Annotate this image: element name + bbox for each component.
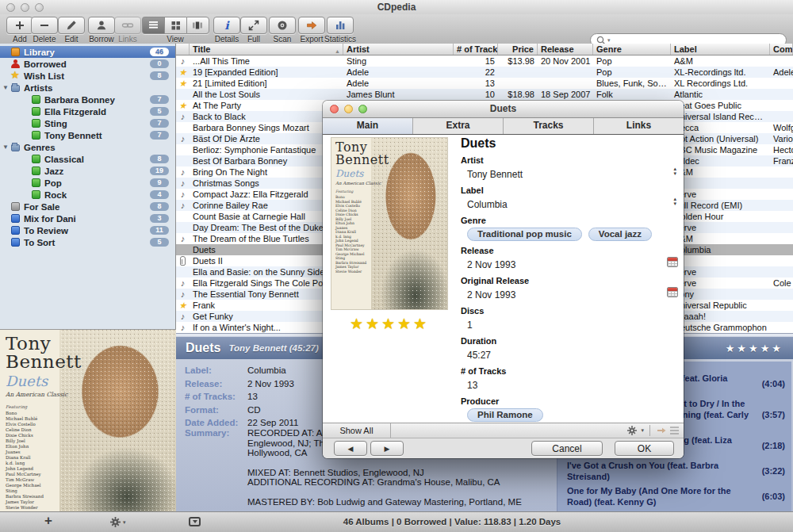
cover-featuring-name: George Michael bbox=[6, 483, 82, 488]
duration-field[interactable]: 45:27 bbox=[467, 350, 491, 361]
view-list-icon[interactable] bbox=[142, 17, 164, 34]
sidebar-item[interactable]: For Sale 8 bbox=[0, 201, 175, 212]
column-header-genre[interactable]: Genre bbox=[593, 44, 671, 55]
gear-icon[interactable] bbox=[626, 425, 638, 436]
track-row[interactable]: I've Got a Crush on You (feat. Barbra St… bbox=[567, 460, 785, 482]
row-flag-icon bbox=[179, 67, 187, 78]
sidebar-item[interactable]: To Sort 5 bbox=[0, 236, 175, 248]
sidebar-item[interactable]: Ella Fitzgerald 5 bbox=[0, 105, 175, 117]
delete-button[interactable]: Delete bbox=[30, 17, 59, 44]
track-row[interactable]: One for My Baby (And One More for the Ro… bbox=[567, 485, 785, 507]
sidebar-item[interactable]: Pop 9 bbox=[0, 177, 175, 189]
view-coverflow-icon[interactable] bbox=[186, 17, 209, 34]
row-flag-icon bbox=[181, 311, 186, 322]
add-smart-list-button[interactable]: + bbox=[44, 513, 52, 529]
cell-title: All the Lost Souls bbox=[190, 89, 343, 100]
full-button[interactable]: Full bbox=[240, 17, 267, 44]
table-row[interactable]: All the Lost Souls James Blunt 10 $18.98… bbox=[176, 89, 793, 100]
cell-composer bbox=[770, 200, 793, 211]
sidebar-item[interactable]: Genres bbox=[0, 141, 175, 153]
genre-tag[interactable]: Traditional pop music bbox=[467, 228, 582, 241]
details-button[interactable]: i Details bbox=[211, 17, 243, 44]
tab-tracks[interactable]: Tracks bbox=[504, 118, 594, 134]
track-count-field[interactable]: 13 bbox=[467, 380, 477, 391]
label-field[interactable]: Columbia bbox=[467, 199, 508, 210]
column-header-icon[interactable] bbox=[176, 44, 190, 55]
cell-title: Barbara Bonney Sings Mozart bbox=[190, 122, 343, 133]
next-album-button[interactable]: ▶ bbox=[370, 441, 404, 456]
bar-chart-icon bbox=[334, 19, 347, 32]
sidebar-item-label: Classical bbox=[44, 155, 84, 164]
sidebar-item[interactable]: Library 46 bbox=[0, 46, 175, 58]
genre-tag[interactable]: Vocal jazz bbox=[588, 228, 652, 241]
pencil-icon bbox=[65, 19, 78, 32]
detail-field-value: Columbia bbox=[247, 366, 286, 375]
person-icon bbox=[95, 19, 108, 32]
column-header-tracks[interactable]: # of Tracks bbox=[454, 44, 498, 55]
show-all-button[interactable]: Show All bbox=[323, 423, 391, 438]
column-header-title[interactable]: Title▲ bbox=[190, 44, 343, 55]
original-release-date-field[interactable]: 2 Nov 1993 bbox=[467, 289, 515, 300]
cover-featuring-name: k.d. lang bbox=[6, 461, 82, 466]
cover-featuring-name: James Taylor bbox=[6, 499, 82, 505]
sidebar-item[interactable]: Tony Bennett 7 bbox=[0, 129, 175, 141]
sidebar-item[interactable]: Jazz 19 bbox=[0, 165, 175, 177]
stepper-icon[interactable]: ▴▾ bbox=[673, 197, 676, 206]
cell-title: Duets II bbox=[190, 255, 343, 266]
detail-field-label: Release: bbox=[185, 379, 247, 388]
album-title-field[interactable]: Duets bbox=[461, 136, 680, 151]
sidebar-item-icon bbox=[32, 107, 40, 116]
table-row[interactable]: 21 [Limited Edition] Adele 13 Blues, Fun… bbox=[176, 78, 793, 89]
table-row[interactable]: 19 [Expanded Edition] Adele 22 Pop XL-Re… bbox=[176, 67, 793, 78]
rating-stars-input[interactable]: ★★★★★ bbox=[331, 315, 448, 333]
sidebar-item[interactable]: To Review 11 bbox=[0, 224, 175, 236]
sidebar-item[interactable]: Mix for Dani 3 bbox=[0, 212, 175, 224]
calendar-icon[interactable] bbox=[667, 287, 678, 297]
row-flag-icon bbox=[181, 166, 186, 178]
view-grid-icon[interactable] bbox=[164, 17, 186, 34]
edit-button[interactable]: Edit bbox=[59, 17, 84, 44]
cdpedia-window: CDpedia Add Delete Edit Borrow Links bbox=[0, 0, 793, 532]
previous-album-button[interactable]: ◀ bbox=[334, 441, 367, 456]
sidebar-item[interactable]: Wish List 8 bbox=[0, 70, 175, 82]
scan-button[interactable]: Scan bbox=[268, 17, 297, 44]
sidebar-item[interactable]: Borrowed 0 bbox=[0, 58, 175, 70]
statistics-button[interactable]: Statistics bbox=[319, 17, 362, 44]
sidebar-item[interactable]: Barbara Bonney 7 bbox=[0, 94, 175, 105]
links-button[interactable]: Links bbox=[114, 17, 141, 44]
link-arrow-icon[interactable] bbox=[656, 425, 667, 436]
column-header-price[interactable]: Price bbox=[498, 44, 538, 55]
dialog-titlebar[interactable]: Duets bbox=[323, 101, 684, 118]
sidebar-item[interactable]: Rock 4 bbox=[0, 189, 175, 201]
tab-extra[interactable]: Extra bbox=[413, 118, 504, 134]
column-header-composer[interactable]: Composer bbox=[770, 44, 793, 55]
sidebar-item-icon bbox=[32, 95, 40, 104]
artist-field[interactable]: Tony Bennett bbox=[467, 169, 523, 180]
add-button[interactable]: Add bbox=[6, 17, 33, 44]
count-badge: 5 bbox=[150, 107, 169, 116]
cell-label: Verve bbox=[671, 189, 770, 200]
row-flag-icon bbox=[181, 277, 186, 289]
tab-main[interactable]: Main bbox=[323, 118, 413, 134]
sidebar-item[interactable]: Classical 8 bbox=[0, 153, 175, 165]
column-header-label[interactable]: Label bbox=[671, 44, 770, 55]
column-header-release[interactable]: Release bbox=[538, 44, 593, 55]
cell-label: Full Record (EMI) bbox=[671, 200, 770, 211]
view-segmented-control[interactable]: View bbox=[142, 17, 209, 44]
release-date-field[interactable]: 2 Nov 1993 bbox=[467, 259, 515, 270]
calendar-icon[interactable] bbox=[667, 257, 678, 267]
column-header-artist[interactable]: Artist bbox=[343, 44, 454, 55]
dialog-fields: Duets Artist Tony Bennett ▴▾ Label Colum… bbox=[461, 135, 680, 423]
discs-field[interactable]: 1 bbox=[467, 320, 473, 331]
sidebar-item[interactable]: Sting 7 bbox=[0, 117, 175, 129]
cancel-button[interactable]: Cancel bbox=[531, 441, 603, 456]
sidebar-item[interactable]: Artists bbox=[0, 82, 175, 94]
disc-icon bbox=[276, 19, 289, 32]
ok-button[interactable]: OK bbox=[615, 441, 674, 456]
producer-tag[interactable]: Phil Ramone bbox=[467, 408, 543, 422]
dialog-title: Duets bbox=[323, 103, 684, 114]
table-row[interactable]: ...All This Time Sting 15 $13.98 20 Nov … bbox=[176, 55, 793, 67]
window-titlebar[interactable]: CDpedia bbox=[0, 0, 793, 14]
tab-links[interactable]: Links bbox=[594, 118, 684, 134]
stepper-icon[interactable]: ▴▾ bbox=[673, 166, 676, 176]
